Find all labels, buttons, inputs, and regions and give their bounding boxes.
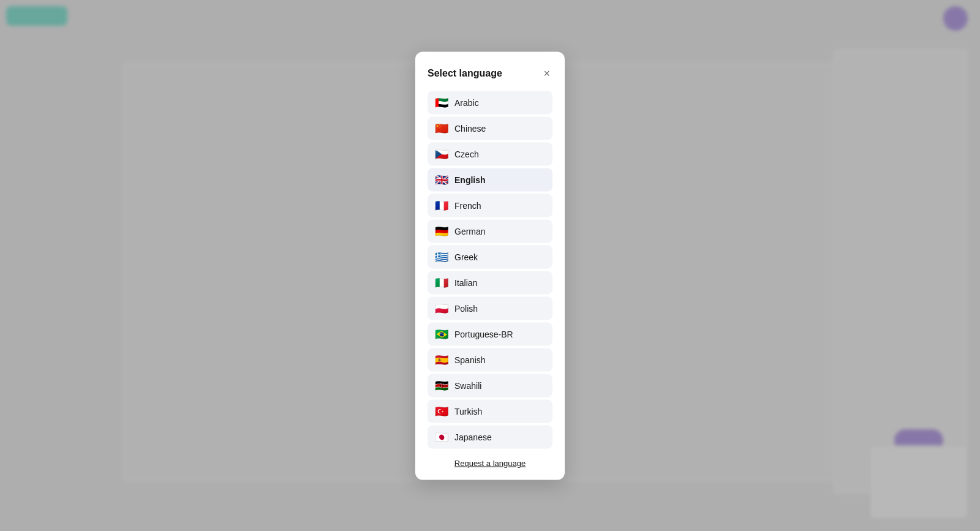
language-item-arabic[interactable]: 🇦🇪Arabic bbox=[428, 91, 552, 114]
language-item-chinese[interactable]: 🇨🇳Chinese bbox=[428, 116, 552, 140]
language-list: 🇦🇪Arabic🇨🇳Chinese🇨🇿Czech🇬🇧English🇫🇷Frenc… bbox=[428, 91, 552, 448]
close-button[interactable]: × bbox=[541, 66, 552, 80]
language-item-german[interactable]: 🇩🇪German bbox=[428, 219, 552, 243]
language-item-japanese[interactable]: 🇯🇵Japanese bbox=[428, 425, 552, 448]
language-item-portuguese-br[interactable]: 🇧🇷Portuguese-BR bbox=[428, 322, 552, 345]
language-item-french[interactable]: 🇫🇷French bbox=[428, 194, 552, 217]
flag-icon-greek: 🇬🇷 bbox=[435, 251, 448, 262]
language-select-modal: Select language × 🇦🇪Arabic🇨🇳Chinese🇨🇿Cze… bbox=[415, 51, 565, 480]
language-name-polish: Polish bbox=[454, 303, 478, 313]
language-name-chinese: Chinese bbox=[454, 123, 486, 133]
flag-icon-japanese: 🇯🇵 bbox=[435, 431, 448, 442]
language-item-english[interactable]: 🇬🇧English bbox=[428, 168, 552, 191]
language-name-greek: Greek bbox=[454, 252, 478, 262]
flag-icon-arabic: 🇦🇪 bbox=[435, 97, 448, 108]
language-item-turkish[interactable]: 🇹🇷Turkish bbox=[428, 399, 552, 423]
flag-icon-swahili: 🇰🇪 bbox=[435, 380, 448, 391]
modal-header: Select language × bbox=[428, 66, 552, 80]
language-name-czech: Czech bbox=[454, 149, 479, 159]
modal-title: Select language bbox=[428, 67, 502, 78]
language-name-spanish: Spanish bbox=[454, 355, 486, 364]
flag-icon-turkish: 🇹🇷 bbox=[435, 405, 448, 416]
flag-icon-english: 🇬🇧 bbox=[435, 174, 448, 185]
flag-icon-portuguese-br: 🇧🇷 bbox=[435, 328, 448, 339]
language-name-turkish: Turkish bbox=[454, 406, 482, 416]
language-item-spanish[interactable]: 🇪🇸Spanish bbox=[428, 348, 552, 371]
language-item-czech[interactable]: 🇨🇿Czech bbox=[428, 142, 552, 165]
language-item-polish[interactable]: 🇵🇱Polish bbox=[428, 296, 552, 320]
language-name-italian: Italian bbox=[454, 277, 477, 287]
language-name-arabic: Arabic bbox=[454, 97, 479, 107]
language-item-greek[interactable]: 🇬🇷Greek bbox=[428, 245, 552, 268]
flag-icon-french: 🇫🇷 bbox=[435, 200, 448, 211]
language-name-portuguese-br: Portuguese-BR bbox=[454, 329, 513, 339]
flag-icon-german: 🇩🇪 bbox=[435, 225, 448, 236]
language-item-swahili[interactable]: 🇰🇪Swahili bbox=[428, 374, 552, 397]
language-name-swahili: Swahili bbox=[454, 380, 481, 390]
flag-icon-spanish: 🇪🇸 bbox=[435, 354, 448, 365]
flag-icon-polish: 🇵🇱 bbox=[435, 303, 448, 314]
language-name-french: French bbox=[454, 200, 481, 210]
flag-icon-czech: 🇨🇿 bbox=[435, 148, 448, 159]
language-name-japanese: Japanese bbox=[454, 432, 492, 442]
flag-icon-italian: 🇮🇹 bbox=[435, 277, 448, 288]
language-name-english: English bbox=[454, 175, 486, 184]
language-item-italian[interactable]: 🇮🇹Italian bbox=[428, 271, 552, 294]
flag-icon-chinese: 🇨🇳 bbox=[435, 122, 448, 134]
request-language-link[interactable]: Request a language bbox=[428, 458, 552, 467]
language-name-german: German bbox=[454, 226, 486, 236]
